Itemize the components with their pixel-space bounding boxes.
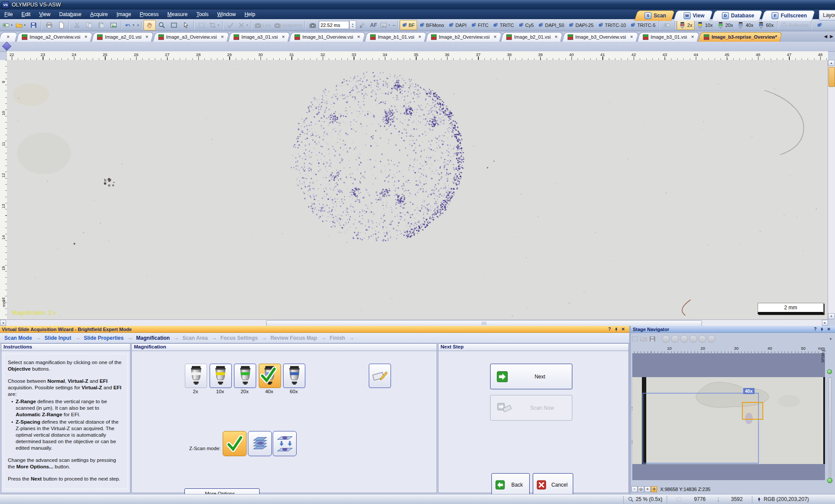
channel-button[interactable]: TRITC-10: [596, 20, 628, 30]
undo-button[interactable]: ▼: [123, 20, 136, 30]
channel-button[interactable]: DAPI: [446, 20, 469, 30]
channel-button[interactable]: Cy5: [516, 20, 536, 30]
close-icon[interactable]: ✕: [280, 35, 285, 39]
settings-button[interactable]: [813, 20, 825, 30]
back-button[interactable]: Back: [491, 473, 530, 497]
objective-toolbar-button[interactable]: 10x: [695, 20, 715, 30]
zoom-tool-button[interactable]: [156, 20, 168, 30]
vertical-scroll-thumb[interactable]: [828, 67, 835, 87]
document-tab[interactable]: Image_a3_01.vsi ✕: [229, 32, 289, 42]
scroll-right-icon[interactable]: ►: [822, 320, 828, 326]
objective-toolbar-button[interactable]: 40x: [735, 20, 755, 30]
close-icon[interactable]: ✕: [5, 35, 10, 39]
objective-toolbar-button[interactable]: 60x: [755, 20, 776, 30]
workspace-tab[interactable]: W View: [675, 10, 711, 21]
objective-select-button[interactable]: [234, 364, 256, 388]
menu-item[interactable]: Window: [213, 10, 240, 19]
exposure-spinner[interactable]: ▲▼: [349, 20, 356, 30]
menu-item[interactable]: Measure: [163, 10, 192, 19]
close-icon[interactable]: ✕: [416, 35, 421, 39]
wizard-step[interactable]: Scan Mode →: [4, 335, 41, 341]
wizard-step[interactable]: Review Focus Map →: [271, 335, 326, 341]
cancel-button[interactable]: Cancel: [533, 473, 573, 497]
menu-item[interactable]: Database: [55, 10, 86, 19]
insert-image-button[interactable]: [107, 20, 120, 30]
scroll-down-icon[interactable]: ▼: [828, 313, 835, 319]
menu-item[interactable]: Help: [240, 10, 260, 19]
exposure-input[interactable]: [319, 21, 349, 29]
print-button[interactable]: [43, 20, 55, 30]
autofocus-label[interactable]: AF: [368, 22, 379, 28]
objective-select-button[interactable]: [210, 364, 232, 388]
document-tab[interactable]: Image_b1_01.vsi ✕: [366, 32, 426, 42]
objective-toolbar-button[interactable]: 2x: [677, 20, 695, 30]
menu-item[interactable]: Edit: [17, 10, 35, 19]
document-tab[interactable]: Image_b1_Overview.vsi ✕: [290, 32, 364, 42]
document-tab[interactable]: Image_b2_Overview.vsi ✕: [427, 32, 501, 42]
menu-item[interactable]: File: [0, 10, 17, 19]
zscan-efi-button[interactable]: [273, 431, 297, 456]
objective-select-button[interactable]: [283, 364, 305, 388]
document-tab[interactable]: Image_a3_Overview.vsi ✕: [154, 32, 228, 42]
focus-slider-thumb[interactable]: [827, 478, 832, 483]
menu-item[interactable]: Image: [112, 10, 135, 19]
help-icon[interactable]: ?: [608, 327, 611, 332]
new-slide-button[interactable]: ▼: [1, 20, 14, 30]
vertical-scrollbar[interactable]: ▲ ▼: [828, 60, 835, 319]
wizard-step[interactable]: Focus Settings →: [220, 335, 267, 341]
channel-button[interactable]: DAPI-25: [566, 20, 596, 30]
channel-button[interactable]: TRITC-5: [628, 20, 658, 30]
open-button[interactable]: ▼: [14, 20, 27, 30]
menu-item[interactable]: Tools: [192, 10, 213, 19]
document-tab[interactable]: Image_a2_Overview.vsi ✕: [17, 32, 92, 42]
wizard-step[interactable]: Scan Area →: [182, 335, 217, 341]
close-icon[interactable]: ✕: [621, 327, 625, 332]
fit-view-button[interactable]: ◎: [638, 486, 644, 492]
menu-item[interactable]: Acquire: [86, 10, 112, 19]
channel-button[interactable]: DAPI_50: [536, 20, 566, 30]
document-tab[interactable]: Image_b3_Overview.vsi ✕: [563, 32, 638, 42]
close-icon[interactable]: ✕: [355, 35, 361, 39]
help-icon[interactable]: ?: [814, 327, 817, 332]
tab-scroll-right-icon[interactable]: ▶: [830, 34, 833, 39]
close-icon[interactable]: ✕: [492, 35, 497, 39]
wizard-step[interactable]: Magnification →: [136, 335, 179, 341]
slide-image-canvas[interactable]: Magnification: 2 x 2 mm: [7, 60, 828, 319]
focus-slider[interactable]: [829, 377, 831, 479]
stage-map[interactable]: [632, 353, 825, 480]
objective-toolbar-button[interactable]: 20x: [715, 20, 735, 30]
menu-item[interactable]: View: [35, 10, 55, 19]
channel-button[interactable]: BF: [400, 20, 417, 30]
layout-dropdown[interactable]: Layout ▼: [819, 10, 835, 20]
document-tab[interactable]: Image_a2_01.vsi ✕: [93, 32, 153, 42]
objective-select-button[interactable]: [259, 364, 281, 388]
close-icon[interactable]: ✕: [689, 35, 695, 39]
close-icon[interactable]: ✕: [83, 35, 88, 39]
rect-select-button[interactable]: [168, 20, 180, 30]
scroll-up-icon[interactable]: ▲: [828, 60, 835, 66]
zoom-in-button[interactable]: +: [645, 486, 651, 492]
horizontal-scrollbar[interactable]: ◄ ►: [0, 319, 828, 326]
close-icon[interactable]: ✕: [553, 35, 558, 39]
document-tab[interactable]: Image_b2_01.vsi ✕: [502, 32, 562, 42]
wizard-step[interactable]: Finish →: [330, 335, 354, 341]
close-icon[interactable]: ✕: [628, 35, 633, 39]
zscan-normal-button[interactable]: [223, 431, 247, 456]
pin-icon[interactable]: [614, 327, 618, 332]
document-tab[interactable]: Image_b3-reprise_Overview* ✕: [699, 32, 781, 42]
workspace-tab[interactable]: S Scan: [636, 10, 673, 21]
wizard-step[interactable]: Slide Properties →: [84, 335, 133, 341]
chevron-down-icon[interactable]: ▼: [829, 337, 834, 341]
close-icon[interactable]: ✕: [219, 35, 224, 39]
workspace-tab[interactable]: F Fullscreen: [763, 10, 814, 21]
navigator-diamond-icon[interactable]: [2, 42, 11, 51]
pan-tool-button[interactable]: [144, 20, 156, 30]
toolbar-overflow-icon[interactable]: »: [136, 23, 140, 27]
menu-item[interactable]: Process: [135, 10, 163, 19]
zoom-out-button[interactable]: −: [631, 486, 638, 492]
objective-select-button[interactable]: [185, 364, 207, 388]
pointer-tool-button[interactable]: [180, 20, 192, 30]
scroll-left-icon[interactable]: ◄: [0, 320, 6, 326]
zscan-virtualz-button[interactable]: [248, 431, 272, 456]
page-preview-button[interactable]: [55, 20, 67, 30]
